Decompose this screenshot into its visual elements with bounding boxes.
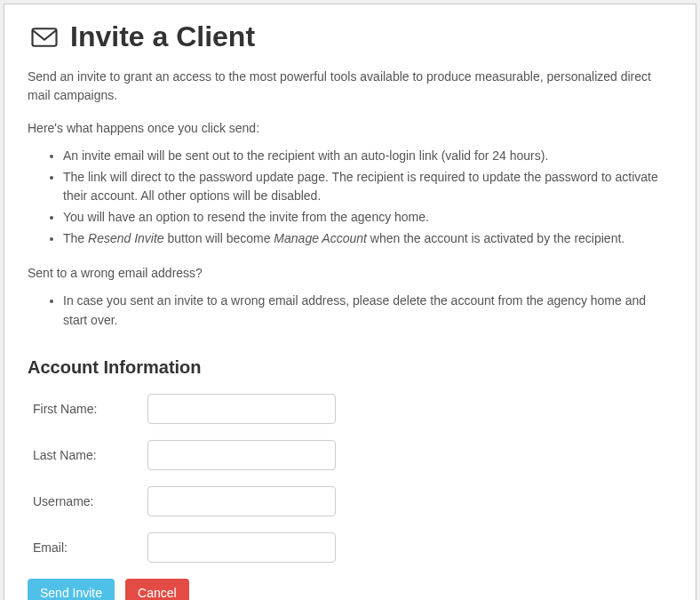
- envelope-icon: [28, 23, 61, 52]
- list-item: An invite email will be sent out to the …: [63, 147, 672, 166]
- last-name-row: Last Name:: [28, 440, 672, 470]
- email-field[interactable]: [147, 532, 336, 563]
- page-title-text: Invite a Client: [70, 20, 255, 53]
- wrong-email-list: In case you sent an invite to a wrong em…: [63, 292, 672, 330]
- first-name-row: First Name:: [28, 394, 672, 424]
- page-title: Invite a Client: [28, 20, 672, 53]
- username-row: Username:: [28, 486, 672, 516]
- last-name-field[interactable]: [147, 440, 336, 470]
- button-row: Send Invite Cancel: [28, 579, 672, 600]
- invite-client-panel: Invite a Client Send an invite to grant …: [4, 4, 696, 600]
- list-item: The Resend Invite button will become Man…: [63, 229, 672, 249]
- email-row: Email:: [28, 532, 672, 563]
- whats-next-list: An invite email will be sent out to the …: [63, 147, 672, 248]
- intro-text: Send an invite to grant an access to the…: [28, 68, 672, 105]
- first-name-label: First Name:: [28, 402, 147, 416]
- username-label: Username:: [28, 494, 147, 508]
- list-item: In case you sent an invite to a wrong em…: [63, 292, 672, 330]
- send-invite-button[interactable]: Send Invite: [28, 579, 115, 600]
- username-field[interactable]: [147, 486, 336, 516]
- svg-rect-0: [33, 28, 57, 46]
- cancel-button[interactable]: Cancel: [125, 579, 189, 600]
- wrong-email-heading: Sent to a wrong email address?: [28, 264, 672, 283]
- email-label: Email:: [28, 540, 147, 555]
- first-name-field[interactable]: [147, 394, 336, 424]
- list-item: The link will direct to the password upd…: [63, 168, 672, 206]
- whats-next-heading: Here's what happens once you click send:: [28, 119, 672, 138]
- last-name-label: Last Name:: [28, 448, 147, 462]
- account-info-heading: Account Information: [28, 357, 672, 378]
- list-item: You will have an option to resend the in…: [63, 208, 672, 228]
